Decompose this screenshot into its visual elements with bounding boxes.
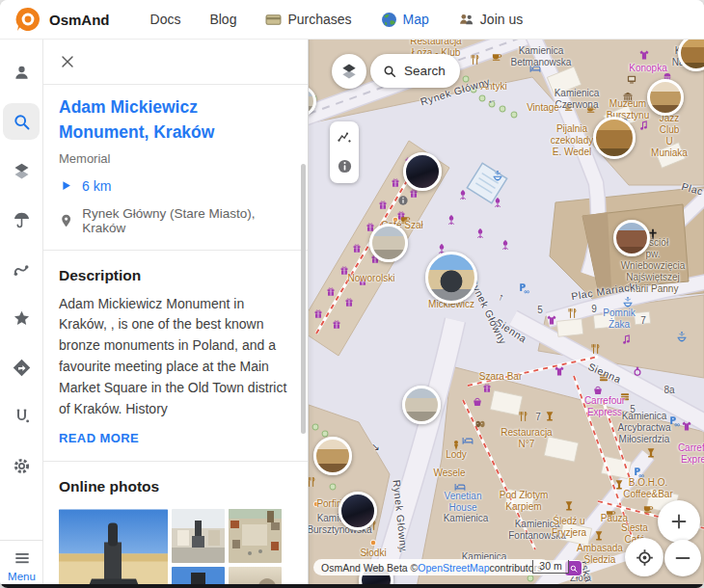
navbar-item-docs[interactable]: Docs bbox=[150, 12, 181, 27]
sidebar-item-plan-route[interactable] bbox=[3, 398, 40, 435]
locate-me-button[interactable] bbox=[625, 538, 663, 576]
map-poi-icon bbox=[681, 420, 692, 432]
map-tools-panel bbox=[330, 121, 359, 183]
sidebar-item-tracks[interactable] bbox=[3, 251, 40, 287]
map-poi-icon bbox=[517, 411, 528, 422]
location-pin-icon bbox=[59, 213, 73, 228]
navbar-item-join-us[interactable]: Join us bbox=[458, 12, 523, 28]
sidebar-item-weather[interactable] bbox=[3, 201, 40, 238]
sidebar-item-search[interactable] bbox=[3, 103, 40, 140]
sidebar-item-settings[interactable] bbox=[3, 447, 40, 484]
close-panel-button[interactable] bbox=[53, 47, 82, 76]
map-poi-icon bbox=[585, 102, 597, 114]
map-poi-icon bbox=[622, 92, 635, 104]
map-poi-icon bbox=[309, 476, 316, 488]
map-poi-icon bbox=[392, 216, 400, 225]
map-poi-icon bbox=[462, 435, 474, 446]
sidebar-item-icon bbox=[12, 308, 32, 329]
map-poi-icon bbox=[638, 49, 650, 61]
brand[interactable]: OsmAnd bbox=[15, 7, 110, 32]
map-photo-marker[interactable] bbox=[338, 492, 377, 530]
map-poi-icon bbox=[619, 391, 631, 403]
map-poi-icon bbox=[312, 500, 321, 509]
altitude-track-button[interactable] bbox=[334, 128, 355, 149]
sidebar-item-navigation[interactable] bbox=[3, 349, 40, 386]
map-poi-icon bbox=[478, 94, 487, 103]
sidebar-item-icon bbox=[12, 407, 32, 427]
map-search-label: Search bbox=[404, 64, 446, 78]
sidebar-menu-button[interactable]: Menu bbox=[0, 540, 43, 582]
divider bbox=[43, 250, 308, 251]
map-poi-icon bbox=[546, 314, 557, 326]
zoom-in-button[interactable] bbox=[658, 500, 700, 543]
map-poi-icon bbox=[457, 189, 470, 201]
direction-arrow-icon bbox=[59, 178, 73, 193]
map-poi-icon bbox=[332, 320, 341, 330]
map-poi-icon bbox=[510, 111, 519, 120]
read-more-button[interactable]: READ MORE bbox=[59, 431, 139, 445]
map-poi-icon bbox=[326, 287, 336, 297]
map-poi-icon bbox=[605, 507, 616, 519]
navbar-items: Docs Blog Purchases Map Join us bbox=[150, 12, 524, 28]
map-poi-icon bbox=[626, 73, 637, 85]
map-photo-marker[interactable] bbox=[647, 79, 684, 116]
map-poi-icon bbox=[488, 100, 497, 109]
map-poi-icon bbox=[499, 105, 507, 114]
place-title: Adam Mickiewicz Monument, Kraków bbox=[59, 94, 292, 146]
layers-icon bbox=[339, 62, 359, 81]
map-poi-icon bbox=[311, 423, 320, 432]
map-poi-icon bbox=[378, 200, 388, 210]
window-bottom-edge bbox=[0, 584, 704, 588]
openstreetmap-link[interactable]: OpenStreetMap bbox=[418, 562, 489, 574]
sidebar-item-account[interactable] bbox=[3, 54, 40, 91]
attribution-prefix: OsmAnd Web Beta © bbox=[321, 562, 418, 574]
map-poi-icon bbox=[391, 178, 400, 188]
navbar-item-purchases[interactable]: Purchases bbox=[265, 12, 351, 28]
map-search-button[interactable]: Search bbox=[370, 54, 460, 88]
map-photo-marker[interactable] bbox=[593, 117, 636, 159]
sidebar-item-configure-map[interactable] bbox=[3, 152, 40, 189]
sidebar-item-icon bbox=[12, 358, 32, 378]
navbar-item-map[interactable]: Map bbox=[381, 12, 429, 28]
map-photo-marker[interactable] bbox=[613, 220, 650, 256]
map-poi-icon bbox=[482, 384, 492, 393]
panel-header bbox=[43, 39, 308, 85]
map-poi-icon bbox=[621, 334, 633, 345]
map-photo-marker[interactable] bbox=[369, 224, 408, 262]
map-poi-icon bbox=[492, 170, 504, 182]
sidebar-item-icon bbox=[12, 63, 32, 83]
navbar-item-blog[interactable]: Blog bbox=[209, 12, 236, 27]
map-photo-marker[interactable] bbox=[403, 152, 442, 191]
photo-thumbnail[interactable] bbox=[59, 509, 168, 588]
photo-grid bbox=[59, 509, 292, 588]
map-poi-icon bbox=[358, 277, 367, 286]
distance-row[interactable]: 6 km bbox=[59, 178, 292, 194]
map-poi-icon bbox=[598, 372, 609, 384]
panel-scrollbar[interactable] bbox=[301, 164, 306, 434]
navbar-item-icon bbox=[381, 12, 397, 28]
map-poi-icon bbox=[592, 385, 604, 396]
map-poi-icon bbox=[472, 396, 483, 408]
map-poi-icon bbox=[613, 479, 625, 491]
photo-thumbnail[interactable] bbox=[229, 509, 282, 563]
map-poi-icon bbox=[313, 309, 323, 319]
sidebar-item-favorites[interactable] bbox=[3, 300, 40, 336]
map-photo-marker[interactable] bbox=[425, 252, 477, 304]
map-poi-icon bbox=[454, 481, 466, 493]
navbar-item-label: Join us bbox=[480, 12, 523, 27]
map-poi-icon bbox=[399, 213, 411, 225]
osmand-web-app: OsmAnd Docs Blog Purchases Map Join u bbox=[0, 0, 704, 588]
zoom-out-button[interactable] bbox=[664, 540, 701, 576]
map-poi-icon bbox=[469, 54, 480, 66]
map-layers-button[interactable] bbox=[332, 54, 366, 89]
map-attribution: OsmAnd Web Beta © OpenStreetMap contribu… bbox=[313, 559, 550, 575]
online-photos-heading: Online photos bbox=[59, 478, 292, 495]
place-details-panel: Adam Mickiewicz Monument, Kraków Memoria… bbox=[43, 39, 309, 588]
map-poi-icon bbox=[668, 415, 680, 427]
map-info-button[interactable] bbox=[334, 155, 355, 176]
map-canvas[interactable]: Restauracja Łoża - KlubKamienica Betmano… bbox=[309, 39, 704, 588]
photo-thumbnail[interactable] bbox=[172, 509, 225, 563]
map-photo-marker[interactable] bbox=[313, 437, 352, 475]
map-photo-marker[interactable] bbox=[402, 386, 441, 424]
map-poi-icon bbox=[474, 227, 487, 240]
